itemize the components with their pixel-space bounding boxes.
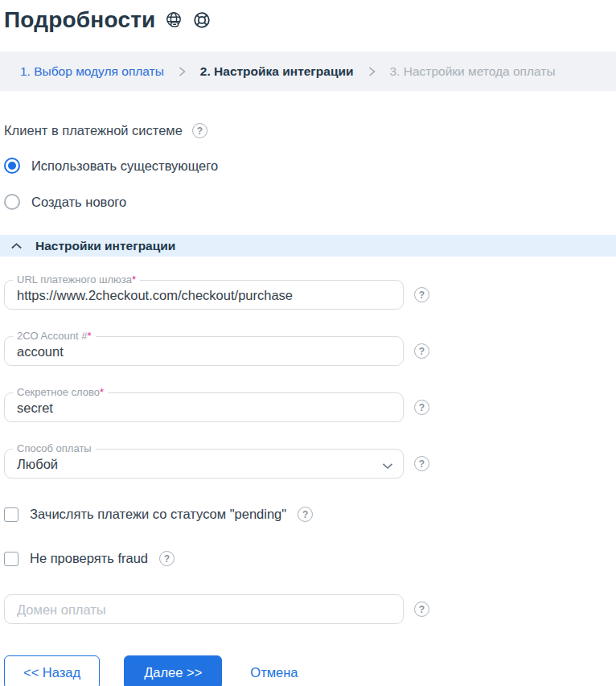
page-header: Подробности [0, 0, 616, 34]
client-system-label-row: Клиент в платежной системе ? [4, 123, 616, 138]
client-system-label: Клиент в платежной системе [4, 123, 183, 138]
payment-domain-field[interactable] [4, 594, 404, 624]
gateway-url-field[interactable]: URL платежного шлюза* [4, 280, 404, 310]
chevron-right-icon [368, 66, 376, 77]
radio-create-new-label: Создать нового [31, 195, 126, 210]
help-icon[interactable]: ? [414, 456, 429, 471]
account-label: 2CO Account #* [13, 330, 96, 342]
pending-checkbox-label: Зачислять платежи со статусом "pending" [30, 507, 286, 522]
help-icon[interactable]: ? [414, 400, 429, 415]
checkbox-unchecked-icon[interactable] [4, 552, 18, 566]
wizard-steps: 1. Выбор модуля оплаты 2. Настройка инте… [0, 51, 616, 91]
step-3: 3. Настройки метода оплаты [390, 64, 556, 79]
payment-method-label: Способ оплаты [13, 442, 96, 454]
globe-link-icon[interactable] [164, 10, 183, 30]
radio-create-new[interactable]: Создать нового [4, 194, 616, 210]
help-icon[interactable]: ? [159, 551, 175, 566]
required-mark: * [132, 273, 136, 285]
secret-word-label: Секретное слово* [13, 386, 108, 398]
payment-domain-row: ? [4, 594, 616, 624]
fraud-checkbox-label: Не проверять fraud [30, 551, 148, 566]
required-mark: * [87, 330, 91, 342]
gateway-url-label: URL платежного шлюза* [13, 273, 140, 285]
page-title: Подробности [4, 7, 155, 33]
back-button[interactable]: << Назад [4, 655, 100, 686]
radio-use-existing[interactable]: Использовать существующего [4, 158, 616, 174]
help-icon[interactable]: ? [414, 602, 429, 617]
account-row: 2CO Account #* ? [4, 336, 616, 366]
help-icon[interactable]: ? [298, 507, 313, 522]
secret-word-row: Секретное слово* ? [4, 392, 616, 422]
help-icon[interactable]: ? [192, 123, 207, 138]
integration-settings-title: Настройки интеграции [35, 239, 175, 253]
checkbox-unchecked-icon[interactable] [4, 507, 18, 522]
help-icon[interactable]: ? [414, 343, 429, 359]
payment-domain-input[interactable] [4, 594, 404, 624]
gateway-url-row: URL платежного шлюза* ? [4, 280, 616, 310]
account-field[interactable]: 2CO Account #* [4, 336, 404, 366]
wizard-footer: << Назад Далее >> Отмена [4, 655, 616, 686]
payment-method-select[interactable]: Способ оплаты [4, 449, 404, 479]
pending-checkbox-row[interactable]: Зачислять платежи со статусом "pending" … [4, 507, 616, 522]
next-button[interactable]: Далее >> [124, 655, 222, 686]
step-1[interactable]: 1. Выбор модуля оплаты [20, 64, 164, 79]
chevron-up-icon[interactable] [10, 242, 23, 250]
radio-selected-icon[interactable] [4, 158, 20, 174]
secret-word-field[interactable]: Секретное слово* [4, 392, 404, 422]
chevron-right-icon [178, 66, 187, 77]
integration-settings-header[interactable]: Настройки интеграции [0, 235, 616, 257]
help-icon[interactable]: ? [414, 287, 429, 302]
lifebuoy-icon[interactable] [192, 10, 211, 30]
radio-use-existing-label: Использовать существующего [31, 158, 218, 174]
fraud-checkbox-row[interactable]: Не проверять fraud ? [4, 551, 616, 566]
required-mark: * [100, 386, 104, 398]
step-2: 2. Настройка интеграции [200, 64, 354, 79]
payment-method-row: Способ оплаты ? [4, 449, 616, 479]
radio-unselected-icon[interactable] [4, 194, 20, 210]
cancel-button[interactable]: Отмена [245, 664, 302, 681]
